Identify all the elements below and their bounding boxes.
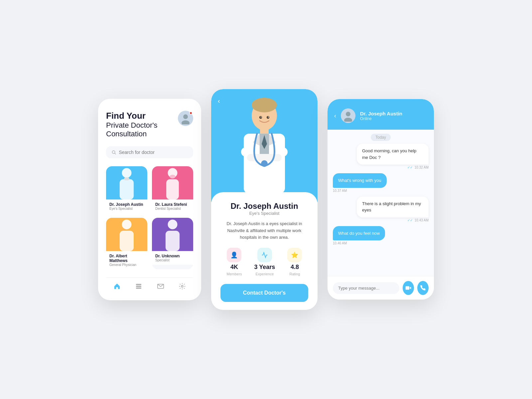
notification-dot [189, 111, 193, 115]
stats-row: 👤 4K Members 3 Years Experience ⭐ 4.8 [220, 248, 308, 276]
phone-icon [420, 285, 426, 291]
doctor-card-img-4 [152, 218, 193, 251]
title-line2: Private Doctor's [106, 121, 158, 130]
doctor-card-2[interactable]: Dr. Laura Stefeni Dentist Specialist [152, 166, 193, 213]
rating-value: 4.8 [291, 264, 299, 271]
doctor-name-3: Dr. Albert Matthews [109, 254, 144, 263]
message-2: What's wrong with you 10.37 AM [333, 173, 429, 193]
svg-point-35 [346, 112, 350, 116]
doctor-card-1[interactable]: Dr. Joseph Austin Eye's Specialist [106, 166, 147, 213]
doctor-card-3[interactable]: Dr. Albert Matthews General Physician [106, 218, 147, 269]
stat-rating: ⭐ 4.8 Rating [287, 248, 302, 276]
message-1: Good morning, can you help me Doc ? ✓✓ 1… [333, 144, 429, 169]
chat-avatar-icon [342, 110, 354, 122]
tick-1: ✓✓ [407, 166, 413, 169]
svg-rect-8 [166, 179, 179, 200]
bubble-3: There is a slight problem in my eyes [357, 197, 429, 217]
message-input[interactable] [333, 282, 399, 294]
svg-rect-5 [120, 179, 134, 200]
nav-mail[interactable] [156, 282, 165, 291]
doctor-profile-content: Dr. Joseph Austin Eye's Specialist Dr. J… [211, 192, 318, 310]
svg-point-10 [122, 220, 132, 229]
rating-label: Rating [290, 272, 300, 276]
svg-rect-6 [124, 178, 129, 181]
doctor-spec-3: General Physician [109, 263, 144, 267]
chat-doctor-name: Dr. Joseph Austin [360, 111, 402, 116]
svg-point-20 [252, 98, 277, 112]
doctors-grid: Dr. Joseph Austin Eye's Specialist Dr. L… [106, 166, 193, 269]
screen1-header: Find Your Private Doctor's Consultation [106, 111, 193, 139]
svg-rect-13 [166, 231, 180, 251]
title-bold: Find Your [106, 111, 158, 121]
svg-point-2 [112, 151, 115, 154]
title-line3: Consultation [106, 130, 158, 138]
svg-point-30 [261, 160, 268, 167]
doctor-name-1: Dr. Joseph Austin [109, 202, 144, 207]
bubble-2: What's wrong with you [333, 173, 387, 188]
doctor-card-info-2: Dr. Laura Stefeni Dentist Specialist [152, 200, 193, 213]
bottom-nav [106, 277, 193, 291]
video-call-button[interactable] [403, 281, 414, 295]
doctor-figure-2 [152, 166, 193, 200]
members-value: 4K [230, 264, 238, 271]
rating-icon: ⭐ [287, 248, 302, 262]
message-3: There is a slight problem in my eyes ✓✓ … [333, 197, 429, 222]
doctor-name-2: Dr. Laura Stefeni [155, 202, 190, 207]
doctor-specialty: Eye's Specialist [220, 211, 308, 216]
experience-label: Experience [255, 272, 274, 276]
contact-doctor-button[interactable]: Contact Doctor's [220, 284, 308, 302]
search-input[interactable] [119, 150, 188, 155]
doctor-hero-svg [228, 96, 301, 202]
main-container: Find Your Private Doctor's Consultation [85, 76, 447, 323]
svg-point-4 [122, 168, 132, 178]
svg-point-36 [344, 118, 352, 122]
svg-point-12 [168, 220, 178, 229]
nav-settings[interactable] [178, 282, 187, 291]
svg-point-1 [182, 120, 190, 124]
doctor-figure-4 [152, 218, 193, 251]
screen1-title: Find Your Private Doctor's Consultation [106, 111, 158, 139]
doctor-spec-1: Eye's Specialist [109, 207, 144, 210]
chat-header-info: Dr. Joseph Austin Online [360, 111, 402, 121]
time-4: 10.46 AM [333, 241, 347, 245]
time-2: 10.37 AM [333, 189, 347, 193]
doctor-card-4[interactable]: Dr. Unknown Specialist [152, 218, 193, 269]
doctor-card-img-1 [106, 166, 147, 200]
phone-call-button[interactable] [417, 281, 429, 295]
chat-messages: Today Good morning, can you help me Doc … [328, 130, 434, 276]
bubble-1: Good morning, can you help me Doc ? [357, 144, 429, 165]
stat-experience: 3 Years Experience [254, 248, 275, 276]
search-icon [111, 150, 116, 155]
time-3: ✓✓ 10.43 AM [407, 218, 429, 222]
doctor-figure-1 [106, 166, 147, 200]
svg-rect-21 [260, 128, 269, 134]
chat-back-button[interactable]: ‹ [334, 112, 336, 119]
stat-members: 👤 4K Members [227, 248, 242, 276]
doctor-spec-4: Specialist [155, 258, 190, 262]
svg-point-18 [182, 286, 184, 288]
svg-point-34 [268, 116, 269, 117]
screen2-doctor-profile: ‹ [211, 89, 318, 310]
nav-home[interactable] [112, 282, 122, 291]
chat-header: ‹ Dr. Joseph Austin Online [328, 99, 434, 130]
members-icon: 👤 [227, 248, 241, 262]
user-avatar-badge[interactable] [178, 111, 193, 126]
nav-list[interactable] [134, 282, 143, 291]
svg-rect-16 [136, 288, 141, 289]
doctor-spec-2: Dentist Specialist [155, 207, 190, 210]
doctor-name: Dr. Joseph Austin [220, 201, 308, 211]
bubble-4: What do you feel now [333, 226, 385, 241]
experience-icon [257, 248, 272, 262]
experience-value: 3 Years [254, 264, 275, 271]
svg-rect-15 [136, 286, 141, 287]
search-bar[interactable] [106, 146, 193, 158]
svg-rect-11 [120, 231, 134, 251]
doctor-card-img-3 [106, 218, 147, 251]
back-button[interactable]: ‹ [218, 97, 220, 105]
members-label: Members [227, 272, 242, 276]
doctor-card-img-2 [152, 166, 193, 200]
doctor-card-info-1: Dr. Joseph Austin Eye's Specialist [106, 200, 147, 213]
chat-status: Online [360, 116, 402, 121]
doctor-card-info-3: Dr. Albert Matthews General Physician [106, 251, 147, 269]
svg-rect-38 [406, 286, 409, 290]
